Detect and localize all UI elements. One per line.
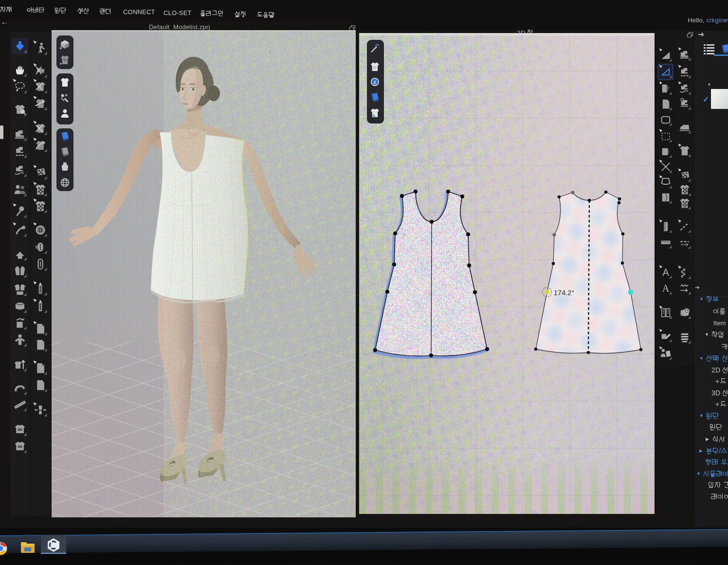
svg-text:174.2°: 174.2°	[554, 289, 574, 297]
svg-text:A: A	[662, 267, 669, 278]
svg-text:+: +	[715, 377, 719, 385]
svg-text:3: 3	[711, 389, 715, 397]
svg-text:+: +	[715, 400, 719, 408]
svg-text:2: 2	[711, 366, 715, 374]
svg-text:D: D	[715, 366, 720, 374]
svg-text:/: /	[719, 447, 721, 455]
svg-text:D: D	[715, 389, 720, 397]
svg-text:b: b	[373, 114, 375, 119]
svg-text:A: A	[662, 282, 669, 294]
